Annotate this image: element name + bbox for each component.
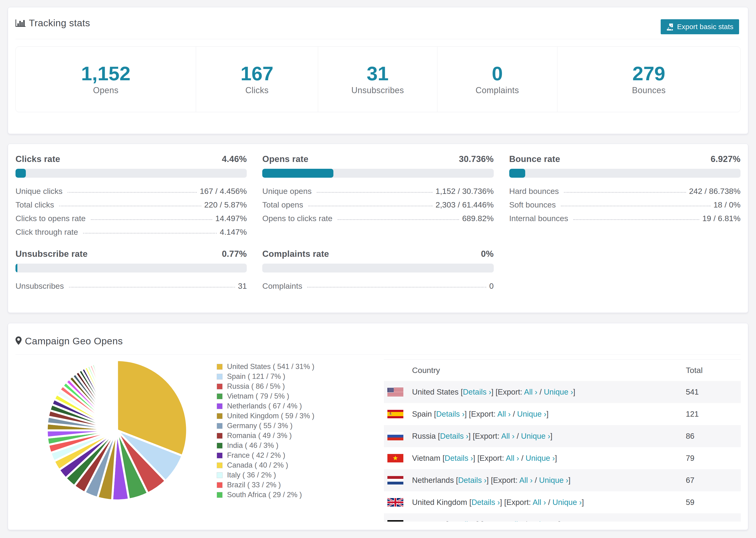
legend-swatch (217, 443, 223, 449)
details-link[interactable]: Details › (458, 476, 486, 484)
legend-swatch (217, 472, 223, 478)
export-unique-link[interactable]: Unique › (544, 388, 573, 396)
legend-swatch (217, 364, 223, 370)
rate-stat-label: Clicks to opens rate (16, 214, 86, 223)
country-cell: Spain [Details ›] [Export: All › / Uniqu… (412, 409, 686, 418)
bracket-close: ] (573, 388, 575, 396)
total-cell: 86 (686, 432, 741, 441)
slash-text: / (514, 432, 521, 440)
legend-swatch (217, 394, 223, 399)
slash-text: / (537, 388, 544, 396)
rate-block-opens-rate: Opens rate30.736%Unique opens1,152 / 30.… (262, 154, 494, 241)
rate-title: Clicks rate (16, 154, 60, 164)
geo-table-body: United States [Details ›] [Export: All ›… (384, 381, 741, 521)
geo-card-header: Campaign Geo Opens (8, 323, 748, 354)
rate-stat-value: 19 / 6.81% (702, 214, 740, 223)
progress-bar (509, 169, 740, 178)
details-link[interactable]: Details › (463, 388, 491, 396)
rate-percent: 30.736% (459, 154, 494, 164)
rate-stat-row: Unique clicks167 / 4.456% (16, 187, 247, 200)
stat-value: 279 (632, 64, 665, 83)
rate-stat-row: Complaints0 (262, 282, 494, 295)
bracket-close: ] (559, 520, 561, 521)
geo-chart-area: United States ( 541 / 31% )Spain ( 121 /… (15, 355, 378, 521)
rate-stat-row: Unsubscribes31 (16, 282, 247, 295)
rate-stat-label: Total opens (262, 200, 303, 209)
stat-value: 1,152 (81, 64, 130, 83)
dotted-leader (317, 192, 432, 193)
export-all-link[interactable]: All › (497, 409, 511, 418)
export-all-link[interactable]: All › (519, 476, 533, 484)
country-cell: United States [Details ›] [Export: All ›… (412, 388, 686, 397)
dotted-leader (91, 219, 212, 220)
dotted-leader (307, 287, 486, 288)
rate-block-complaints-rate: Complaints rate0%Complaints0 (262, 249, 494, 295)
legend-label: United Kingdom ( 59 / 3% ) (227, 412, 314, 420)
export-unique-link[interactable]: Unique › (553, 498, 582, 507)
rate-stat-row: Soft bounces18 / 0% (509, 200, 740, 214)
rates-grid: Clicks rate4.46%Unique clicks167 / 4.456… (16, 154, 740, 295)
dotted-leader (564, 192, 686, 193)
bracket-text: ] [Export: (491, 388, 524, 396)
stat-cell-unsubscribes: 31Unsubscribes (318, 47, 437, 112)
export-all-link[interactable]: All › (524, 388, 537, 396)
export-all-link[interactable]: All › (506, 454, 519, 462)
legend-item: Canada ( 40 / 2% ) (217, 460, 314, 470)
map-pin-icon (16, 336, 22, 345)
country-name: Vietnam [ (412, 454, 445, 462)
legend-swatch (217, 384, 223, 389)
legend-item: South Africa ( 29 / 2% ) (217, 490, 314, 500)
export-unique-link[interactable]: Unique › (521, 432, 550, 440)
header-country: Country (412, 366, 686, 375)
bracket-text: ] [Export: (465, 409, 497, 418)
bracket-text: ] [Export: (477, 520, 509, 521)
stat-label: Clicks (245, 85, 269, 95)
rate-stat-value: 18 / 0% (714, 200, 740, 209)
stat-value: 167 (241, 64, 273, 83)
details-link[interactable]: Details › (448, 520, 477, 521)
table-row-ru: Russia [Details ›] [Export: All › / Uniq… (384, 425, 741, 447)
export-unique-link[interactable]: Unique › (526, 454, 555, 462)
export-basic-stats-button[interactable]: Export basic stats (661, 19, 739, 34)
total-cell: 59 (686, 498, 741, 507)
flag-de-icon (384, 520, 412, 521)
rate-stat-label: Click through rate (16, 228, 78, 237)
details-link[interactable]: Details › (445, 454, 473, 462)
export-all-link[interactable]: All › (509, 520, 523, 521)
slash-text: / (546, 498, 553, 507)
total-cell: 541 (686, 388, 741, 397)
country-cell: Netherlands [Details ›] [Export: All › /… (412, 476, 686, 485)
bracket-close: ] (582, 498, 584, 507)
geo-table-header: Country Total (384, 360, 741, 381)
table-row-de: Germany [Details ›] [Export: All › / Uni… (384, 513, 741, 521)
rate-stat-row: Opens to clicks rate689.82% (262, 214, 494, 228)
rate-stat-value: 31 (238, 282, 247, 291)
rate-percent: 0.77% (222, 249, 247, 259)
stat-label: Bounces (632, 85, 666, 95)
country-name: Germany [ (412, 520, 448, 521)
export-all-link[interactable]: All › (533, 498, 546, 507)
dotted-leader (59, 206, 201, 206)
export-unique-link[interactable]: Unique › (517, 409, 547, 418)
stat-label: Opens (93, 85, 119, 95)
export-all-link[interactable]: All › (501, 432, 514, 440)
details-link[interactable]: Details › (471, 498, 500, 507)
rate-stat-value: 167 / 4.456% (200, 187, 247, 196)
rate-stat-row: Unique opens1,152 / 30.736% (262, 187, 494, 200)
rate-stat-label: Total clicks (16, 200, 54, 209)
legend-label: Russia ( 86 / 5% ) (227, 382, 285, 391)
legend-swatch (217, 423, 223, 429)
rate-stat-label: Complaints (262, 282, 302, 291)
details-link[interactable]: Details › (440, 432, 468, 440)
export-unique-link[interactable]: Unique › (529, 520, 559, 521)
stat-cell-bounces: 279Bounces (557, 47, 740, 112)
country-name: United Kingdom [ (412, 498, 471, 507)
details-link[interactable]: Details › (436, 409, 465, 418)
export-unique-link[interactable]: Unique › (539, 476, 568, 484)
table-row-nl: Netherlands [Details ›] [Export: All › /… (384, 469, 741, 491)
bracket-close: ] (555, 454, 557, 462)
dotted-leader (561, 206, 711, 206)
export-button-label: Export basic stats (677, 23, 733, 31)
progress-bar-fill (16, 169, 26, 178)
legend-label: United States ( 541 / 31% ) (227, 362, 314, 371)
